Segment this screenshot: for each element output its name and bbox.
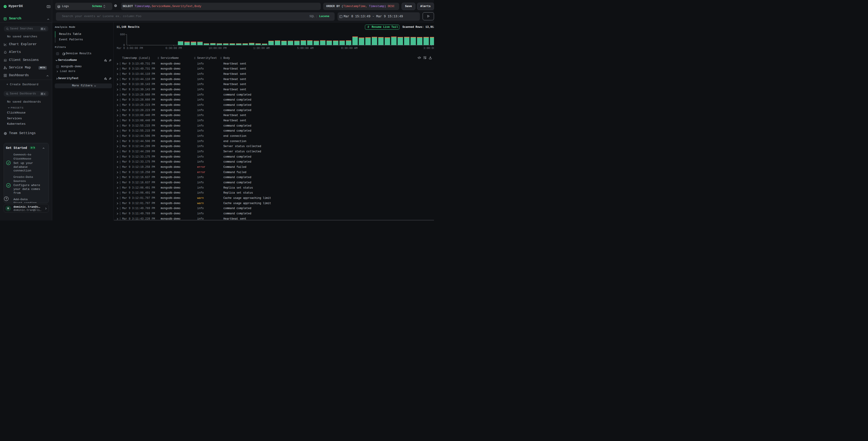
svg-text:1:30:00 AM: 1:30:00 AM <box>253 47 270 50</box>
svg-text:K: K <box>44 93 45 95</box>
svg-text:8:30:00 AM: 8:30:00 AM <box>341 47 358 50</box>
svg-text:10:00:00 PM: 10:00:00 PM <box>209 47 226 50</box>
svg-text:Mar 8 3:00:00 PM: Mar 8 3:00:00 PM <box>117 47 143 50</box>
svg-text:3:00:00 PM: 3:00:00 PM <box>423 47 434 50</box>
svg-text:6:30:00 PM: 6:30:00 PM <box>165 47 182 50</box>
svg-text:600: 600 <box>120 33 125 36</box>
svg-text:K: K <box>44 28 45 30</box>
svg-text:5:00:00 AM: 5:00:00 AM <box>297 47 313 50</box>
